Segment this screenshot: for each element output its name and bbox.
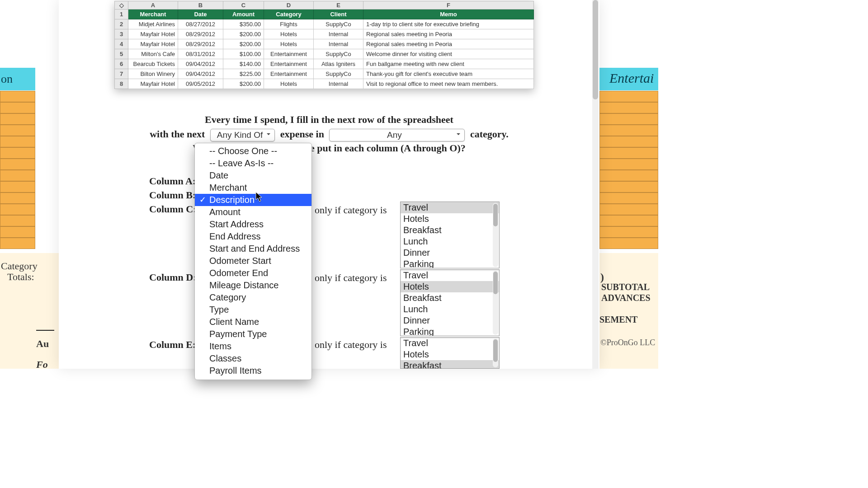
listbox-col-c-categories[interactable]: TravelHotelsBreakfastLunchDinnerParking [400,202,500,268]
select-expense-category[interactable]: Any [329,129,465,141]
ss-col-A: A [128,1,178,9]
bg-cat-totals-2: Totals: [7,271,34,283]
ss-cell: 1-day trip to client site for executive … [363,19,534,29]
listbox-option[interactable]: Breakfast [401,360,499,369]
ss-cell: Entertainment [264,69,314,79]
sample-spreadsheet: ◇ A B C D E F 1 Merchant Date Amount Cat… [114,1,534,89]
dropdown-option[interactable]: Items [195,340,311,352]
line2-post: category. [470,128,509,140]
ss-cell: Entertainment [264,49,314,59]
ss-h-client: Client [314,9,363,19]
label-col-b: Column B: [149,189,197,203]
ss-row-7: 7 [115,69,128,79]
ss-cell: Milton's Cafe [128,49,178,59]
dropdown-option[interactable]: Start and End Address [195,243,311,255]
ss-h-date: Date [178,9,223,19]
question: What information should we put in each c… [59,142,599,154]
listbox-option[interactable]: Hotels [401,213,499,225]
ss-row-8: 8 [115,79,128,89]
column-field-dropdown[interactable]: -- Choose One ---- Leave As-Is --DateMer… [194,143,312,369]
dropdown-option[interactable]: Classes [195,352,311,365]
ss-col-C: C [223,1,264,9]
ss-cell: Fun ballgame meeting with new client [363,59,534,69]
background-right: Entertai ) SUBTOTAL ADVANCES SEMENT ©Pro… [599,0,658,369]
dropdown-option[interactable]: Start Address [195,218,311,230]
background-left: on Category Totals: Au Fo [0,0,59,369]
ss-cell: Visit to regional office to meet new tea… [363,79,534,89]
bg-fo: Fo [36,359,48,369]
ss-cell: 08/27/2012 [178,19,223,29]
ss-cell: Internal [314,39,363,49]
bg-sement: SEMENT [599,314,637,325]
listbox-option[interactable]: Travel [401,270,499,281]
dropdown-option[interactable]: Type [195,304,311,316]
bg-left-cyan-text: on [1,72,13,86]
ss-cell: 09/05/2012 [178,79,223,89]
listbox-option[interactable]: Breakfast [401,225,499,236]
ss-h-amount: Amount [223,9,264,19]
card-scrollbar[interactable] [592,0,599,369]
ss-row-3: 3 [115,29,128,39]
dropdown-option[interactable]: Category [195,291,311,304]
ss-cell: Hotels [264,79,314,89]
ss-cell: $140.00 [223,59,264,69]
ss-row-5: 5 [115,49,128,59]
scrollbar[interactable] [493,338,498,367]
listbox-option[interactable]: Parking [401,258,499,268]
ss-cell: Regional sales meeting in Peoria [363,29,534,39]
listbox-option[interactable]: Travel [401,338,499,349]
dropdown-option[interactable]: Client Name [195,316,311,328]
bg-au: Au [36,338,49,350]
listbox-option[interactable]: Lunch [401,236,499,247]
dropdown-option[interactable]: Merchant [195,182,311,194]
line2-pre: with the next [150,128,205,140]
listbox-col-e-categories[interactable]: TravelHotelsBreakfastLunchDinnerParking [400,337,500,369]
dropdown-option[interactable]: End Address [195,230,311,243]
ss-cell: Bilton Winery [128,69,178,79]
listbox-option[interactable]: Hotels [401,349,499,360]
scrollbar[interactable] [493,271,498,335]
ss-cell: Hotels [264,39,314,49]
only-if-1: only if category is [315,204,387,216]
dropdown-option[interactable]: Mileage Distance [195,279,311,291]
dropdown-option[interactable]: Payment Type [195,328,311,340]
select-expense-kind[interactable]: Any Kind Of [210,129,275,141]
dropdown-option[interactable]: -- Leave As-Is -- [195,157,311,169]
listbox-option[interactable]: Dinner [401,247,499,258]
dropdown-option[interactable]: ✓Description [195,194,311,206]
ss-h-category: Category [264,9,314,19]
dropdown-option[interactable]: Odometer End [195,267,311,279]
ss-cell: Mayfair Hotel [128,29,178,39]
listbox-option[interactable]: Breakfast [401,292,499,304]
ss-h-memo: Memo [363,9,534,19]
ss-cell: Midjet Airlines [128,19,178,29]
listbox-col-d-categories[interactable]: TravelHotelsBreakfastLunchDinnerParking [400,269,500,336]
ss-cell: 08/29/2012 [178,39,223,49]
ss-cell: Entertainment [264,59,314,69]
dropdown-option[interactable]: Odometer Start [195,255,311,267]
listbox-option[interactable]: Parking [401,326,499,336]
dropdown-option[interactable]: Payroll Items [195,365,311,369]
dropdown-option[interactable]: Amount [195,206,311,218]
ss-cell: Atlas Igniters [314,59,363,69]
ss-cell: $100.00 [223,49,264,59]
ss-cell: Thank-you gift for client's executive te… [363,69,534,79]
dropdown-option[interactable]: Date [195,169,311,182]
check-icon: ✓ [199,195,206,205]
ss-cell: 08/29/2012 [178,29,223,39]
listbox-option[interactable]: Dinner [401,315,499,326]
ss-row-4: 4 [115,39,128,49]
ss-cell: Welcome dinner for visiting client [363,49,534,59]
scrollbar[interactable] [493,203,498,267]
column-labels: Column A: Column B: Column C: Column D: … [149,175,197,353]
only-if-2: only if category is [315,272,387,284]
ss-cell: Bearcub Tickets [128,59,178,69]
listbox-option[interactable]: Lunch [401,304,499,315]
listbox-option[interactable]: Hotels [401,281,499,292]
ss-cell: Hotels [264,29,314,39]
ss-cell: 09/04/2012 [178,69,223,79]
dropdown-option[interactable]: -- Choose One -- [195,145,311,157]
ss-cell: $200.00 [223,39,264,49]
listbox-option[interactable]: Travel [401,202,499,213]
ss-row-2: 2 [115,19,128,29]
